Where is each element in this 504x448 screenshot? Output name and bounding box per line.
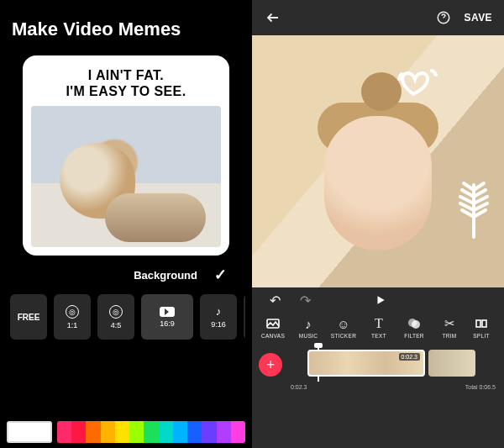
color-swatch[interactable] <box>187 421 202 443</box>
svg-point-3 <box>412 320 420 329</box>
clip-selected[interactable]: 0:02.3 <box>307 350 425 377</box>
timeline-total: Total 0:06.5 <box>465 384 496 390</box>
tool-sticker[interactable]: ☺ STICKER <box>328 316 360 339</box>
instagram-icon: ◎ <box>109 305 123 319</box>
svg-rect-4 <box>476 320 480 327</box>
ratio-1-1[interactable]: ◎ 1:1 <box>54 294 91 340</box>
tool-text[interactable]: T TEXT <box>363 316 395 339</box>
color-swatch[interactable] <box>101 421 115 443</box>
tool-label: MUSIC <box>299 333 318 339</box>
tiktok-icon: ♪ <box>216 305 222 318</box>
aspect-ratio-row[interactable]: FREE ◎ 1:1 ◎ 4:5 16:9 ♪ 9:16 3:4 <box>7 294 245 348</box>
split-icon <box>474 316 489 331</box>
timeline-track[interactable]: 0:02.3 <box>287 348 501 382</box>
tool-filter[interactable]: FILTER <box>398 316 430 339</box>
sticker-icon: ☺ <box>336 316 351 331</box>
heart-doodle-icon <box>395 64 445 108</box>
tool-label: CANVAS <box>261 333 285 339</box>
canvas-icon <box>265 316 281 331</box>
save-button[interactable]: SAVE <box>465 12 492 24</box>
tool-label: FILTER <box>404 333 424 339</box>
color-swatch[interactable] <box>159 421 173 443</box>
redo-icon[interactable]: ↷ <box>296 291 314 309</box>
video-preview[interactable] <box>252 35 504 287</box>
trim-icon: ✂ <box>442 316 457 331</box>
youtube-icon <box>160 307 175 317</box>
tool-label: TRIM <box>442 333 456 339</box>
tool-label: STICKER <box>331 333 356 339</box>
help-icon[interactable] <box>434 8 453 27</box>
playback-row: ↶ ↷ <box>252 287 504 313</box>
color-swatch[interactable] <box>217 421 231 443</box>
color-swatch[interactable] <box>129 421 144 443</box>
editor-screen: SAVE ↶ ↷ CANVAS ♪ MUSIC ☺ STICKER T TEXT <box>252 0 504 448</box>
meme-preview-card[interactable]: I AIN'T FAT. I'M EASY TO SEE. <box>23 55 229 256</box>
sparkle-doodle-icon <box>450 170 497 245</box>
background-row: Background ✓ <box>7 256 245 291</box>
tool-trim[interactable]: ✂ TRIM <box>433 316 465 339</box>
color-swatch-strip[interactable] <box>57 421 245 443</box>
filter-icon <box>407 316 422 331</box>
color-swatch[interactable] <box>144 421 158 443</box>
ratio-16-9[interactable]: 16:9 <box>141 294 193 340</box>
meme-caption-line-2: I'M EASY TO SEE. <box>66 84 186 98</box>
confirm-icon[interactable]: ✓ <box>214 266 227 284</box>
meme-caption-line-1: I AIN'T FAT. <box>88 68 164 82</box>
ratio-4-5[interactable]: ◎ 4:5 <box>97 294 134 340</box>
tool-label: TEXT <box>371 333 386 339</box>
add-clip-button[interactable]: + <box>259 353 282 377</box>
meme-caption: I AIN'T FAT. I'M EASY TO SEE. <box>31 67 221 99</box>
ratio-label: 16:9 <box>160 319 175 328</box>
top-bar: SAVE <box>252 0 504 35</box>
color-swatch[interactable] <box>231 421 245 443</box>
color-swatch[interactable] <box>115 421 129 443</box>
color-swatch[interactable] <box>202 421 216 443</box>
clip[interactable] <box>428 350 475 377</box>
memes-screen: Make Video Memes I AIN'T FAT. I'M EASY T… <box>0 0 252 448</box>
color-swatch[interactable] <box>86 421 100 443</box>
preview-graphic <box>324 116 432 250</box>
undo-icon[interactable]: ↶ <box>265 291 284 309</box>
timeline-footer: 0:02.3 Total 0:06.5 <box>252 384 504 394</box>
music-icon: ♪ <box>301 316 316 331</box>
color-swatch[interactable] <box>57 421 71 443</box>
text-icon: T <box>371 316 386 331</box>
ratio-label: 9:16 <box>211 320 226 329</box>
color-swatch[interactable] <box>173 421 187 443</box>
timeline-position: 0:02.3 <box>291 384 307 390</box>
color-swatch-white[interactable] <box>7 421 52 443</box>
instagram-icon: ◎ <box>66 305 79 319</box>
back-icon[interactable] <box>264 8 282 27</box>
color-swatch[interactable] <box>71 421 86 443</box>
ratio-label: 1:1 <box>67 321 78 329</box>
svg-rect-5 <box>482 320 486 327</box>
ratio-3-4[interactable]: 3:4 <box>244 294 245 340</box>
color-palette <box>7 421 245 443</box>
tool-canvas[interactable]: CANVAS <box>257 316 289 339</box>
ratio-9-16[interactable]: ♪ 9:16 <box>200 294 237 340</box>
tool-label: SPLIT <box>473 333 490 339</box>
clip-duration: 0:02.3 <box>399 353 420 361</box>
tool-split[interactable]: SPLIT <box>469 316 494 339</box>
meme-image <box>31 106 221 247</box>
timeline[interactable]: + 0:02.3 <box>252 340 504 384</box>
ratio-label: 4:5 <box>111 321 122 329</box>
page-title: Make Video Memes <box>12 18 240 40</box>
tool-bar: CANVAS ♪ MUSIC ☺ STICKER T TEXT FILTER ✂… <box>252 313 504 340</box>
play-icon[interactable] <box>371 291 390 309</box>
tool-music[interactable]: ♪ MUSIC <box>292 316 324 339</box>
background-label: Background <box>134 269 197 282</box>
ratio-free[interactable]: FREE <box>10 294 47 340</box>
